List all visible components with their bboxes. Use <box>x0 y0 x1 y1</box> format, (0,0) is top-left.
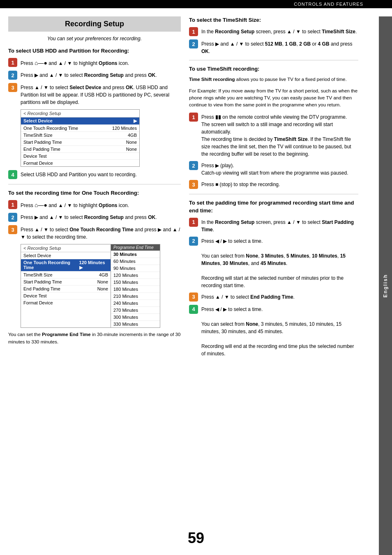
page-number: 59 <box>188 530 204 547</box>
ts-size-step-2-text: Press ▶ and ▲ / ▼ to select 512 MB, 1 GB… <box>201 39 358 55</box>
sub-row-210: 210 Minutes <box>111 293 160 300</box>
ot-row-format: Format Device <box>21 299 111 306</box>
page-subtitle: You can set your preferences for recordi… <box>8 36 181 41</box>
ot-row-start-padding: Start Padding Time None <box>21 279 111 286</box>
ot-step-num-2: 2 <box>8 213 17 222</box>
pad-num-2: 2 <box>189 237 198 246</box>
sub-row-30: 30 Minutes <box>111 251 160 258</box>
pad-step-2: 2 Press ◀ / ▶ to select a time. You can … <box>189 237 358 289</box>
ts-size-num-1: 1 <box>189 27 198 36</box>
ts-size-step-1: 1 In the Recording Setup screen, press ▲… <box>189 27 358 36</box>
usb-step-4: 4 Select USB HDD and Partition you want … <box>8 170 181 179</box>
usb-step-3-text: Press ▲ / ▼ to select Select Device and … <box>21 83 181 106</box>
ts-rec-step-1: 1 Press ▮▮ on the remote control while v… <box>189 113 358 158</box>
usb-menu-row-select-device: Select Device ▶ <box>21 117 139 125</box>
right-column: To select the TimeShift Size: 1 In the R… <box>189 16 358 361</box>
usb-section-heading: To select USB HDD and Partition for Reco… <box>8 47 181 55</box>
sub-row-270: 270 Minutes <box>111 307 160 314</box>
ot-row-select-device: Select Device <box>21 252 111 259</box>
two-column-layout: Recording Setup You can set your prefere… <box>8 16 358 361</box>
ot-step-num-1: 1 <box>8 200 17 209</box>
ot-step-3-text: Press ▲ / ▼ to select One Touch Recordin… <box>21 225 181 241</box>
ot-row-end-padding: End Padding Time None <box>21 286 111 292</box>
ot-step-1-text: Press ⌂—● and ▲ / ▼ to highlight Options… <box>21 200 129 210</box>
page-title: Recording Setup <box>12 20 178 28</box>
ot-row-one-touch: One Touch Recording Time 120 Minutes ▶ <box>21 259 111 272</box>
divider-2 <box>189 60 358 60</box>
step-num-4: 4 <box>8 170 17 179</box>
pad-step-3-text: Press ▲ / ▼ to select End Padding Time. <box>201 292 295 301</box>
usb-step-4-text: Select USB HDD and Partition you want to… <box>21 170 137 178</box>
page-title-box: Recording Setup <box>8 16 181 32</box>
pad-step-4-text: Press ◀ / ▶ to select a time. You can se… <box>201 305 358 357</box>
ot-step-2: 2 Press ▶ and ▲ / ▼ to select Recording … <box>8 213 181 222</box>
usb-step-1: 1 Press ⌂—● and ▲ / ▼ to highlight Optio… <box>8 58 181 67</box>
step-num-3: 3 <box>8 83 17 92</box>
step-num-1: 1 <box>8 58 17 67</box>
pad-step-3: 3 Press ▲ / ▼ to select End Padding Time… <box>189 292 358 302</box>
sub-row-240: 240 Minutes <box>111 300 160 307</box>
divider-1 <box>8 184 181 184</box>
ts-rec-num-3: 3 <box>189 180 198 189</box>
ts-size-step-1-text: In the Recording Setup screen, press ▲ /… <box>201 27 357 35</box>
one-touch-menu: < Recording Setup Select Device One Touc… <box>21 244 181 328</box>
section-padding: To set the padding time for programmed r… <box>189 199 358 357</box>
ts-size-num-2: 2 <box>189 39 198 48</box>
ot-step-2-text: Press ▶ and ▲ / ▼ to select Recording Se… <box>21 213 157 221</box>
usb-menu-row-timeshift: TimeShift Size 4GB <box>21 132 139 139</box>
pad-step-2-text: Press ◀ / ▶ to select a time. You can se… <box>201 237 358 289</box>
pad-step-1-text: In the Recording Setup screen, press ▲ /… <box>201 218 358 233</box>
ts-rec-step-2-text: Press ▶ (play). Catch-up viewing will st… <box>201 161 348 177</box>
sub-row-90: 90 Minutes <box>111 265 160 272</box>
sub-row-120: 120 Minutes <box>111 272 160 279</box>
ot-row-device-test: Device Test <box>21 292 111 299</box>
pad-num-4: 4 <box>189 305 198 314</box>
sub-row-150: 150 Minutes <box>111 279 160 286</box>
usb-menu-header: < Recording Setup <box>21 110 139 117</box>
ts-rec-step-1-text: Press ▮▮ on the remote control while vie… <box>201 113 358 158</box>
usb-menu-row-format: Format Device <box>21 160 139 166</box>
timeshift-size-heading: To select the TimeShift Size: <box>189 16 358 24</box>
section-timeshift-record: To use TimeShift recording: Time Shift r… <box>189 65 358 189</box>
divider-3 <box>189 194 358 194</box>
usb-menu-row-device-test: Device Test <box>21 153 139 160</box>
usb-menu-row-start-padding: Start Padding Time None <box>21 139 139 146</box>
ts-rec-step-3-text: Press ■ (stop) to stop the recording. <box>201 180 280 188</box>
ot-row-timeshift: TimeShift Size 4GB <box>21 272 111 279</box>
ot-step-3: 3 Press ▲ / ▼ to select One Touch Record… <box>8 225 181 241</box>
pad-num-1: 1 <box>189 218 198 227</box>
sub-row-300: 300 Minutes <box>111 314 160 321</box>
usb-step-2-text: Press ▶ and ▲ / ▼ to select Recording Se… <box>21 71 157 79</box>
section-usb: To select USB HDD and Partition for Reco… <box>8 47 181 179</box>
ts-rec-num-2: 2 <box>189 161 198 170</box>
usb-step-2: 2 Press ▶ and ▲ / ▼ to select Recording … <box>8 71 181 80</box>
language-side-tab: English <box>379 16 392 555</box>
sub-row-60: 60 Minutes <box>111 258 160 265</box>
ts-rec-step-3: 3 Press ■ (stop) to stop the recording. <box>189 180 358 189</box>
ot-menu-header: < Recording Setup <box>21 244 111 252</box>
one-touch-heading: To set the recording time for One Touch … <box>8 189 181 197</box>
main-content: Recording Setup You can set your prefere… <box>0 8 379 369</box>
timeshift-para: For Example: If you move away from the T… <box>189 88 358 109</box>
sub-menu-header: Programme End Time <box>111 244 160 251</box>
sub-row-180: 180 Minutes <box>111 286 160 293</box>
pad-num-3: 3 <box>189 292 198 302</box>
padding-heading: To set the padding time for programmed r… <box>189 199 358 214</box>
timeshift-intro: Time Shift recording allows you to pause… <box>189 76 358 83</box>
ot-main-menu: < Recording Setup Select Device One Touc… <box>21 244 111 328</box>
ot-sub-menu: Programme End Time 30 Minutes 60 Minutes… <box>111 244 160 328</box>
sub-row-330: 330 Minutes <box>111 321 160 327</box>
section-one-touch: To set the recording time for One Touch … <box>8 189 181 345</box>
ts-rec-num-1: 1 <box>189 113 198 122</box>
ts-rec-step-2: 2 Press ▶ (play). Catch-up viewing will … <box>189 161 358 177</box>
usb-menu-table: < Recording Setup Select Device ▶ One To… <box>21 109 140 167</box>
ot-step-num-3: 3 <box>8 225 17 234</box>
usb-menu-row-one-touch: One Touch Recording Time 120 Minutes <box>21 125 139 132</box>
section-timeshift-size: To select the TimeShift Size: 1 In the R… <box>189 16 358 55</box>
left-column: Recording Setup You can set your prefere… <box>8 16 181 361</box>
side-tab-label: English <box>383 274 388 297</box>
usb-step-1-text: Press ⌂—● and ▲ / ▼ to highlight Options… <box>21 58 129 67</box>
ts-size-step-2: 2 Press ▶ and ▲ / ▼ to select 512 MB, 1 … <box>189 39 358 55</box>
top-header-bar: CONTROLS AND FEATURES <box>0 0 392 8</box>
usb-step-3: 3 Press ▲ / ▼ to select Select Device an… <box>8 83 181 106</box>
